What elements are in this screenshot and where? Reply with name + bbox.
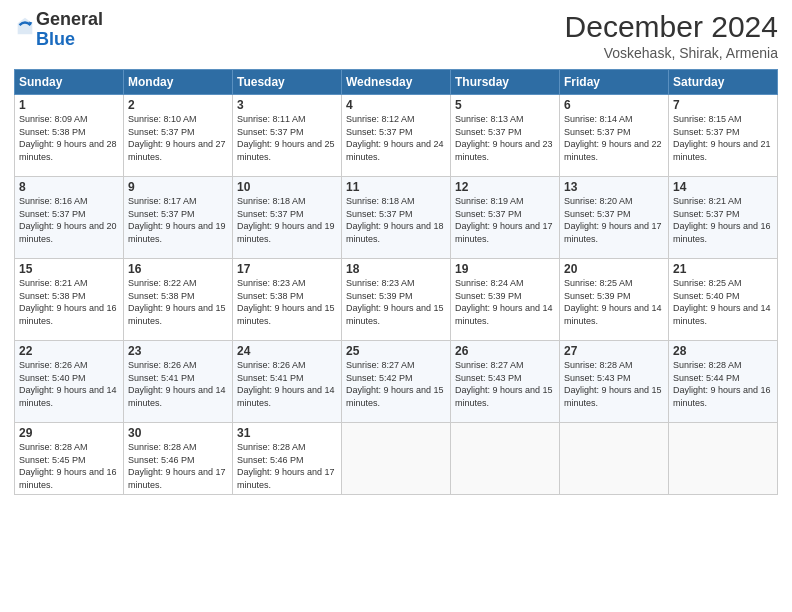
calendar-cell: 14Sunrise: 8:21 AMSunset: 5:37 PMDayligh…	[669, 177, 778, 259]
day-info: Sunrise: 8:28 AMSunset: 5:46 PMDaylight:…	[128, 441, 228, 491]
calendar-week-4: 22Sunrise: 8:26 AMSunset: 5:40 PMDayligh…	[15, 341, 778, 423]
day-number: 22	[19, 344, 119, 358]
day-info: Sunrise: 8:11 AMSunset: 5:37 PMDaylight:…	[237, 113, 337, 163]
day-number: 28	[673, 344, 773, 358]
day-info: Sunrise: 8:25 AMSunset: 5:40 PMDaylight:…	[673, 277, 773, 327]
calendar-cell: 24Sunrise: 8:26 AMSunset: 5:41 PMDayligh…	[233, 341, 342, 423]
day-info: Sunrise: 8:15 AMSunset: 5:37 PMDaylight:…	[673, 113, 773, 163]
day-number: 14	[673, 180, 773, 194]
calendar-cell: 10Sunrise: 8:18 AMSunset: 5:37 PMDayligh…	[233, 177, 342, 259]
day-info: Sunrise: 8:28 AMSunset: 5:43 PMDaylight:…	[564, 359, 664, 409]
day-number: 13	[564, 180, 664, 194]
calendar-cell	[342, 423, 451, 495]
calendar-cell: 1Sunrise: 8:09 AMSunset: 5:38 PMDaylight…	[15, 95, 124, 177]
day-number: 24	[237, 344, 337, 358]
day-number: 23	[128, 344, 228, 358]
calendar-cell	[669, 423, 778, 495]
day-info: Sunrise: 8:24 AMSunset: 5:39 PMDaylight:…	[455, 277, 555, 327]
calendar-cell: 26Sunrise: 8:27 AMSunset: 5:43 PMDayligh…	[451, 341, 560, 423]
day-number: 7	[673, 98, 773, 112]
calendar-table: SundayMondayTuesdayWednesdayThursdayFrid…	[14, 69, 778, 495]
day-header-sunday: Sunday	[15, 70, 124, 95]
day-info: Sunrise: 8:09 AMSunset: 5:38 PMDaylight:…	[19, 113, 119, 163]
calendar-cell: 13Sunrise: 8:20 AMSunset: 5:37 PMDayligh…	[560, 177, 669, 259]
calendar-cell: 8Sunrise: 8:16 AMSunset: 5:37 PMDaylight…	[15, 177, 124, 259]
calendar-cell: 19Sunrise: 8:24 AMSunset: 5:39 PMDayligh…	[451, 259, 560, 341]
day-info: Sunrise: 8:14 AMSunset: 5:37 PMDaylight:…	[564, 113, 664, 163]
day-info: Sunrise: 8:21 AMSunset: 5:38 PMDaylight:…	[19, 277, 119, 327]
calendar-cell: 29Sunrise: 8:28 AMSunset: 5:45 PMDayligh…	[15, 423, 124, 495]
day-number: 18	[346, 262, 446, 276]
day-info: Sunrise: 8:17 AMSunset: 5:37 PMDaylight:…	[128, 195, 228, 245]
day-number: 3	[237, 98, 337, 112]
calendar-cell: 20Sunrise: 8:25 AMSunset: 5:39 PMDayligh…	[560, 259, 669, 341]
day-header-thursday: Thursday	[451, 70, 560, 95]
logo-text: General Blue	[36, 10, 103, 50]
day-number: 11	[346, 180, 446, 194]
month-title: December 2024	[565, 10, 778, 43]
location-subtitle: Voskehask, Shirak, Armenia	[565, 45, 778, 61]
day-info: Sunrise: 8:26 AMSunset: 5:41 PMDaylight:…	[128, 359, 228, 409]
calendar-cell: 2Sunrise: 8:10 AMSunset: 5:37 PMDaylight…	[124, 95, 233, 177]
calendar-week-2: 8Sunrise: 8:16 AMSunset: 5:37 PMDaylight…	[15, 177, 778, 259]
day-number: 1	[19, 98, 119, 112]
day-header-friday: Friday	[560, 70, 669, 95]
day-number: 6	[564, 98, 664, 112]
day-number: 30	[128, 426, 228, 440]
day-info: Sunrise: 8:22 AMSunset: 5:38 PMDaylight:…	[128, 277, 228, 327]
day-number: 4	[346, 98, 446, 112]
day-header-wednesday: Wednesday	[342, 70, 451, 95]
day-info: Sunrise: 8:18 AMSunset: 5:37 PMDaylight:…	[346, 195, 446, 245]
logo-icon	[14, 16, 36, 38]
day-info: Sunrise: 8:26 AMSunset: 5:40 PMDaylight:…	[19, 359, 119, 409]
day-info: Sunrise: 8:27 AMSunset: 5:43 PMDaylight:…	[455, 359, 555, 409]
calendar-week-1: 1Sunrise: 8:09 AMSunset: 5:38 PMDaylight…	[15, 95, 778, 177]
day-info: Sunrise: 8:20 AMSunset: 5:37 PMDaylight:…	[564, 195, 664, 245]
day-header-saturday: Saturday	[669, 70, 778, 95]
day-number: 12	[455, 180, 555, 194]
calendar-cell: 18Sunrise: 8:23 AMSunset: 5:39 PMDayligh…	[342, 259, 451, 341]
calendar-cell: 5Sunrise: 8:13 AMSunset: 5:37 PMDaylight…	[451, 95, 560, 177]
calendar-cell: 12Sunrise: 8:19 AMSunset: 5:37 PMDayligh…	[451, 177, 560, 259]
day-info: Sunrise: 8:28 AMSunset: 5:45 PMDaylight:…	[19, 441, 119, 491]
calendar-cell: 9Sunrise: 8:17 AMSunset: 5:37 PMDaylight…	[124, 177, 233, 259]
day-info: Sunrise: 8:16 AMSunset: 5:37 PMDaylight:…	[19, 195, 119, 245]
calendar-cell: 31Sunrise: 8:28 AMSunset: 5:46 PMDayligh…	[233, 423, 342, 495]
logo: General Blue	[14, 10, 103, 50]
calendar-header-row: SundayMondayTuesdayWednesdayThursdayFrid…	[15, 70, 778, 95]
day-info: Sunrise: 8:23 AMSunset: 5:38 PMDaylight:…	[237, 277, 337, 327]
calendar-cell	[560, 423, 669, 495]
calendar-week-5: 29Sunrise: 8:28 AMSunset: 5:45 PMDayligh…	[15, 423, 778, 495]
day-number: 2	[128, 98, 228, 112]
day-number: 29	[19, 426, 119, 440]
calendar-cell: 25Sunrise: 8:27 AMSunset: 5:42 PMDayligh…	[342, 341, 451, 423]
calendar-cell: 17Sunrise: 8:23 AMSunset: 5:38 PMDayligh…	[233, 259, 342, 341]
day-number: 9	[128, 180, 228, 194]
day-number: 17	[237, 262, 337, 276]
day-info: Sunrise: 8:21 AMSunset: 5:37 PMDaylight:…	[673, 195, 773, 245]
calendar-cell: 7Sunrise: 8:15 AMSunset: 5:37 PMDaylight…	[669, 95, 778, 177]
day-info: Sunrise: 8:13 AMSunset: 5:37 PMDaylight:…	[455, 113, 555, 163]
calendar-cell: 15Sunrise: 8:21 AMSunset: 5:38 PMDayligh…	[15, 259, 124, 341]
day-number: 10	[237, 180, 337, 194]
day-info: Sunrise: 8:19 AMSunset: 5:37 PMDaylight:…	[455, 195, 555, 245]
day-number: 19	[455, 262, 555, 276]
calendar-cell: 22Sunrise: 8:26 AMSunset: 5:40 PMDayligh…	[15, 341, 124, 423]
day-number: 15	[19, 262, 119, 276]
day-number: 27	[564, 344, 664, 358]
page-container: General Blue December 2024 Voskehask, Sh…	[0, 0, 792, 503]
calendar-cell: 30Sunrise: 8:28 AMSunset: 5:46 PMDayligh…	[124, 423, 233, 495]
calendar-cell	[451, 423, 560, 495]
day-number: 20	[564, 262, 664, 276]
calendar-cell: 23Sunrise: 8:26 AMSunset: 5:41 PMDayligh…	[124, 341, 233, 423]
day-info: Sunrise: 8:23 AMSunset: 5:39 PMDaylight:…	[346, 277, 446, 327]
day-number: 16	[128, 262, 228, 276]
day-info: Sunrise: 8:25 AMSunset: 5:39 PMDaylight:…	[564, 277, 664, 327]
day-number: 8	[19, 180, 119, 194]
calendar-cell: 4Sunrise: 8:12 AMSunset: 5:37 PMDaylight…	[342, 95, 451, 177]
day-info: Sunrise: 8:10 AMSunset: 5:37 PMDaylight:…	[128, 113, 228, 163]
calendar-week-3: 15Sunrise: 8:21 AMSunset: 5:38 PMDayligh…	[15, 259, 778, 341]
day-info: Sunrise: 8:26 AMSunset: 5:41 PMDaylight:…	[237, 359, 337, 409]
calendar-cell: 27Sunrise: 8:28 AMSunset: 5:43 PMDayligh…	[560, 341, 669, 423]
day-info: Sunrise: 8:12 AMSunset: 5:37 PMDaylight:…	[346, 113, 446, 163]
